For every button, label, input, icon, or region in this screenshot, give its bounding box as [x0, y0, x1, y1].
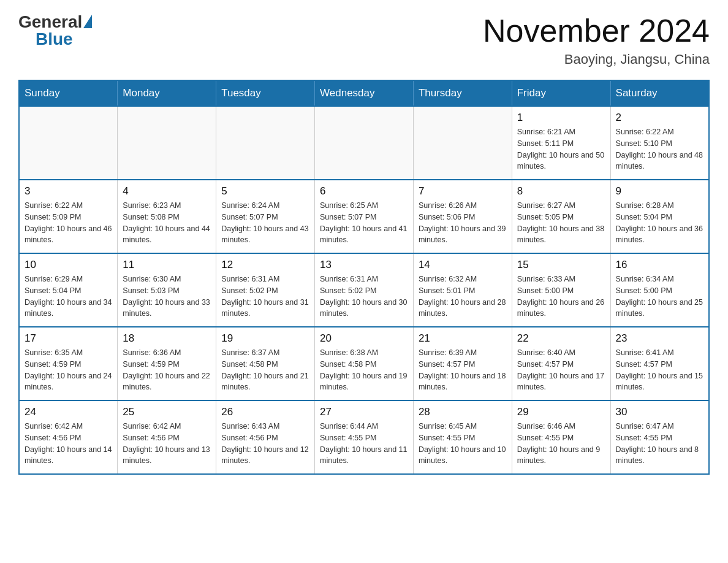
- day-number: 24: [25, 406, 112, 418]
- calendar-header-row: SundayMondayTuesdayWednesdayThursdayFrid…: [19, 80, 709, 106]
- calendar-cell: [19, 106, 118, 180]
- day-info: Sunrise: 6:40 AMSunset: 4:57 PMDaylight:…: [517, 347, 605, 393]
- day-number: 22: [517, 332, 605, 345]
- day-number: 10: [25, 259, 112, 271]
- title-section: November 2024 Baoying, Jiangsu, China: [483, 12, 710, 67]
- day-info: Sunrise: 6:34 AMSunset: 5:00 PMDaylight:…: [616, 274, 703, 320]
- logo-blue: Blue: [36, 29, 73, 49]
- day-info: Sunrise: 6:33 AMSunset: 5:00 PMDaylight:…: [517, 274, 605, 320]
- calendar-cell: 23Sunrise: 6:41 AMSunset: 4:57 PMDayligh…: [610, 327, 709, 400]
- logo-triangle-icon: [83, 15, 92, 28]
- calendar-week-row: 17Sunrise: 6:35 AMSunset: 4:59 PMDayligh…: [19, 327, 709, 400]
- page-header: General Blue November 2024 Baoying, Jian…: [18, 12, 710, 67]
- day-number: 17: [25, 332, 112, 345]
- calendar-week-row: 24Sunrise: 6:42 AMSunset: 4:56 PMDayligh…: [19, 400, 709, 474]
- day-number: 2: [616, 112, 703, 124]
- day-info: Sunrise: 6:42 AMSunset: 4:56 PMDaylight:…: [25, 421, 112, 467]
- location-title: Baoying, Jiangsu, China: [483, 52, 710, 67]
- day-info: Sunrise: 6:32 AMSunset: 5:01 PMDaylight:…: [419, 274, 507, 320]
- calendar-cell: 5Sunrise: 6:24 AMSunset: 5:07 PMDaylight…: [216, 180, 315, 253]
- calendar-cell: [118, 106, 216, 180]
- calendar-table: SundayMondayTuesdayWednesdayThursdayFrid…: [18, 80, 710, 475]
- calendar-cell: 30Sunrise: 6:47 AMSunset: 4:55 PMDayligh…: [610, 400, 709, 474]
- day-number: 4: [123, 185, 211, 197]
- day-number: 23: [616, 332, 703, 345]
- calendar-cell: 19Sunrise: 6:37 AMSunset: 4:58 PMDayligh…: [216, 327, 315, 400]
- header-thursday: Thursday: [413, 80, 512, 106]
- calendar-cell: [216, 106, 315, 180]
- day-info: Sunrise: 6:45 AMSunset: 4:55 PMDaylight:…: [419, 421, 507, 467]
- day-number: 11: [123, 259, 211, 271]
- day-number: 28: [419, 406, 507, 418]
- calendar-cell: 9Sunrise: 6:28 AMSunset: 5:04 PMDaylight…: [610, 180, 709, 253]
- calendar-cell: 3Sunrise: 6:22 AMSunset: 5:09 PMDaylight…: [19, 180, 118, 253]
- logo: General Blue: [18, 12, 92, 49]
- calendar-cell: 14Sunrise: 6:32 AMSunset: 5:01 PMDayligh…: [413, 253, 512, 327]
- day-number: 29: [517, 406, 605, 418]
- day-info: Sunrise: 6:30 AMSunset: 5:03 PMDaylight:…: [123, 274, 211, 320]
- day-number: 18: [123, 332, 211, 345]
- calendar-cell: 26Sunrise: 6:43 AMSunset: 4:56 PMDayligh…: [216, 400, 315, 474]
- calendar-cell: 16Sunrise: 6:34 AMSunset: 5:00 PMDayligh…: [610, 253, 709, 327]
- day-info: Sunrise: 6:47 AMSunset: 4:55 PMDaylight:…: [616, 421, 703, 467]
- day-number: 21: [419, 332, 507, 345]
- calendar-cell: 27Sunrise: 6:44 AMSunset: 4:55 PMDayligh…: [315, 400, 414, 474]
- day-info: Sunrise: 6:44 AMSunset: 4:55 PMDaylight:…: [320, 421, 408, 467]
- calendar-cell: 20Sunrise: 6:38 AMSunset: 4:58 PMDayligh…: [315, 327, 414, 400]
- calendar-cell: 4Sunrise: 6:23 AMSunset: 5:08 PMDaylight…: [118, 180, 216, 253]
- calendar-cell: 6Sunrise: 6:25 AMSunset: 5:07 PMDaylight…: [315, 180, 414, 253]
- header-wednesday: Wednesday: [315, 80, 414, 106]
- calendar-cell: [315, 106, 414, 180]
- calendar-week-row: 1Sunrise: 6:21 AMSunset: 5:11 PMDaylight…: [19, 106, 709, 180]
- header-saturday: Saturday: [610, 80, 709, 106]
- day-number: 6: [320, 185, 408, 197]
- day-info: Sunrise: 6:21 AMSunset: 5:11 PMDaylight:…: [517, 126, 605, 172]
- calendar-cell: 18Sunrise: 6:36 AMSunset: 4:59 PMDayligh…: [118, 327, 216, 400]
- day-info: Sunrise: 6:37 AMSunset: 4:58 PMDaylight:…: [221, 347, 309, 393]
- header-sunday: Sunday: [19, 80, 118, 106]
- day-number: 13: [320, 259, 408, 271]
- calendar-cell: 17Sunrise: 6:35 AMSunset: 4:59 PMDayligh…: [19, 327, 118, 400]
- day-number: 16: [616, 259, 703, 271]
- calendar-cell: 2Sunrise: 6:22 AMSunset: 5:10 PMDaylight…: [610, 106, 709, 180]
- calendar-cell: 12Sunrise: 6:31 AMSunset: 5:02 PMDayligh…: [216, 253, 315, 327]
- calendar-week-row: 3Sunrise: 6:22 AMSunset: 5:09 PMDaylight…: [19, 180, 709, 253]
- header-tuesday: Tuesday: [216, 80, 315, 106]
- day-info: Sunrise: 6:42 AMSunset: 4:56 PMDaylight:…: [123, 421, 211, 467]
- day-number: 15: [517, 259, 605, 271]
- calendar-cell: 24Sunrise: 6:42 AMSunset: 4:56 PMDayligh…: [19, 400, 118, 474]
- day-number: 9: [616, 185, 703, 197]
- day-info: Sunrise: 6:31 AMSunset: 5:02 PMDaylight:…: [320, 274, 408, 320]
- day-info: Sunrise: 6:43 AMSunset: 4:56 PMDaylight:…: [221, 421, 309, 467]
- day-info: Sunrise: 6:41 AMSunset: 4:57 PMDaylight:…: [616, 347, 703, 393]
- day-number: 3: [25, 185, 112, 197]
- calendar-cell: [413, 106, 512, 180]
- day-number: 25: [123, 406, 211, 418]
- calendar-cell: 22Sunrise: 6:40 AMSunset: 4:57 PMDayligh…: [512, 327, 610, 400]
- day-number: 7: [419, 185, 507, 197]
- day-info: Sunrise: 6:27 AMSunset: 5:05 PMDaylight:…: [517, 200, 605, 246]
- day-info: Sunrise: 6:36 AMSunset: 4:59 PMDaylight:…: [123, 347, 211, 393]
- calendar-week-row: 10Sunrise: 6:29 AMSunset: 5:04 PMDayligh…: [19, 253, 709, 327]
- calendar-cell: 1Sunrise: 6:21 AMSunset: 5:11 PMDaylight…: [512, 106, 610, 180]
- day-number: 12: [221, 259, 309, 271]
- calendar-cell: 28Sunrise: 6:45 AMSunset: 4:55 PMDayligh…: [413, 400, 512, 474]
- day-info: Sunrise: 6:31 AMSunset: 5:02 PMDaylight:…: [221, 274, 309, 320]
- month-title: November 2024: [483, 12, 710, 49]
- day-info: Sunrise: 6:22 AMSunset: 5:09 PMDaylight:…: [25, 200, 112, 246]
- calendar-cell: 21Sunrise: 6:39 AMSunset: 4:57 PMDayligh…: [413, 327, 512, 400]
- day-number: 27: [320, 406, 408, 418]
- day-number: 26: [221, 406, 309, 418]
- header-friday: Friday: [512, 80, 610, 106]
- day-number: 20: [320, 332, 408, 345]
- day-number: 30: [616, 406, 703, 418]
- day-info: Sunrise: 6:28 AMSunset: 5:04 PMDaylight:…: [616, 200, 703, 246]
- calendar-cell: 15Sunrise: 6:33 AMSunset: 5:00 PMDayligh…: [512, 253, 610, 327]
- day-number: 14: [419, 259, 507, 271]
- calendar-cell: 8Sunrise: 6:27 AMSunset: 5:05 PMDaylight…: [512, 180, 610, 253]
- day-info: Sunrise: 6:25 AMSunset: 5:07 PMDaylight:…: [320, 200, 408, 246]
- calendar-cell: 29Sunrise: 6:46 AMSunset: 4:55 PMDayligh…: [512, 400, 610, 474]
- header-monday: Monday: [118, 80, 216, 106]
- day-info: Sunrise: 6:29 AMSunset: 5:04 PMDaylight:…: [25, 274, 112, 320]
- day-info: Sunrise: 6:26 AMSunset: 5:06 PMDaylight:…: [419, 200, 507, 246]
